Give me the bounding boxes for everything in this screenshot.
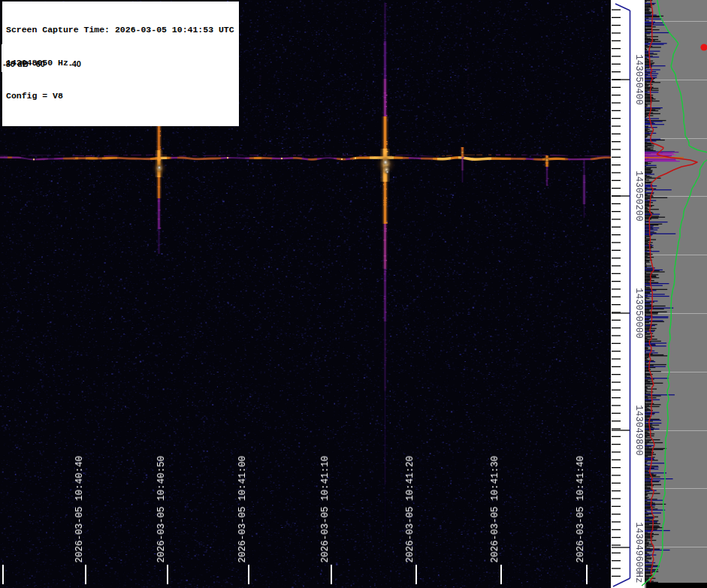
config-line: Config = V8 bbox=[6, 91, 234, 102]
frequency-unit-label: Hz bbox=[633, 571, 644, 583]
time-label: 2026-03-05 10:40:40 bbox=[74, 456, 85, 563]
frequency-label: 143050200 bbox=[633, 170, 644, 222]
capture-time-line: Screen Capture Time: 2026-03-05 10:41:53… bbox=[6, 25, 234, 36]
frequency-label: 143050400 bbox=[633, 54, 644, 105]
time-label: 2026-03-05 10:40:50 bbox=[156, 456, 167, 563]
db-label-mid: -60 bbox=[33, 59, 45, 68]
colorbar-db-labels: -80 dB -60 -40 bbox=[2, 59, 86, 71]
frequency-label: 143049600 bbox=[633, 522, 644, 573]
frequency-label: 143049800 bbox=[633, 405, 644, 456]
time-label: 2026-03-05 10:41:30 bbox=[490, 456, 500, 563]
spectrum-screen-capture: Screen Capture Time: 2026-03-05 10:41:53… bbox=[0, 0, 707, 588]
time-label: 2026-03-05 10:41:40 bbox=[576, 456, 586, 563]
db-label-min: -80 dB bbox=[3, 59, 29, 68]
time-label: 2026-03-05 10:41:10 bbox=[320, 456, 331, 563]
time-label: 2026-03-05 10:41:00 bbox=[237, 456, 248, 563]
time-label: 2026-03-05 10:41:20 bbox=[405, 456, 415, 563]
frequency-label: 143050000 bbox=[633, 288, 644, 339]
db-label-max: -40 bbox=[69, 59, 81, 68]
